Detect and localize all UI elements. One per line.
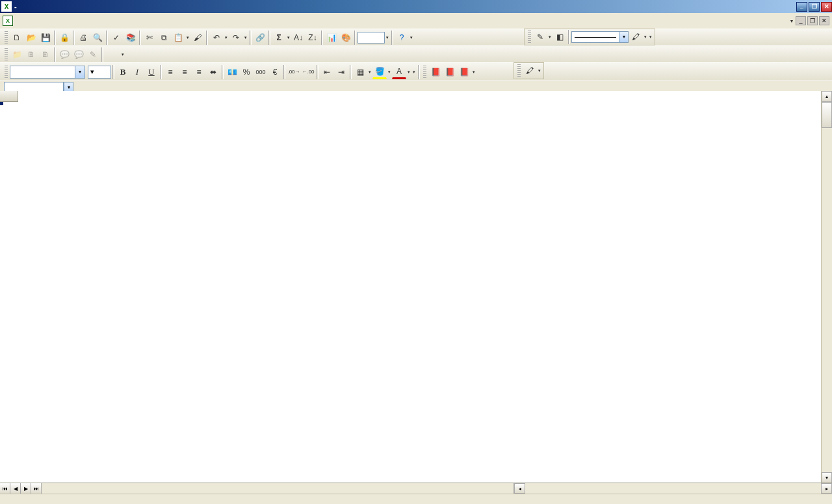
- font-size-combo[interactable]: ▾: [88, 66, 111, 79]
- grip-icon[interactable]: [517, 64, 521, 77]
- open-button[interactable]: 📂: [24, 31, 38, 45]
- spelling-button[interactable]: ✓: [109, 31, 124, 45]
- borders-button[interactable]: ▦: [353, 65, 367, 79]
- scroll-left-button[interactable]: ◂: [514, 483, 525, 494]
- spreadsheet-grid[interactable]: ▴ ▾: [0, 91, 832, 483]
- autosum-dropdown[interactable]: ▾: [286, 31, 291, 45]
- grip-icon[interactable]: [528, 31, 531, 44]
- copy-button[interactable]: ⧉: [157, 31, 171, 45]
- sort-asc-button[interactable]: A↓: [291, 31, 306, 45]
- close-button[interactable]: ✕: [821, 2, 832, 12]
- undo-button[interactable]: ↶: [209, 31, 224, 45]
- grip-icon[interactable]: [5, 66, 8, 79]
- paste-button[interactable]: 📋: [171, 31, 185, 45]
- cut-button[interactable]: ✄: [142, 31, 157, 45]
- comment2-button[interactable]: 💬: [72, 47, 86, 62]
- horizontal-scrollbar[interactable]: ◂ ▸: [514, 483, 832, 494]
- new-button[interactable]: 🗋: [10, 31, 24, 45]
- fill-color-button[interactable]: 🖍: [629, 30, 643, 44]
- doc2-button[interactable]: 🗎: [38, 47, 53, 62]
- redo-button[interactable]: ↷: [229, 31, 243, 45]
- paste-dropdown[interactable]: ▾: [185, 31, 190, 45]
- comment-button[interactable]: 💬: [57, 47, 72, 62]
- hyperlink-button[interactable]: 🔗: [253, 31, 267, 45]
- save-button[interactable]: 💾: [38, 31, 53, 45]
- underline-button[interactable]: U: [144, 65, 159, 79]
- comma-button[interactable]: 000: [254, 65, 268, 79]
- highlight-button[interactable]: 🖍: [523, 64, 537, 78]
- toolbar-options-dropdown[interactable]: ▾: [409, 31, 414, 45]
- font-color-button[interactable]: A: [392, 65, 406, 79]
- euro-button[interactable]: €: [268, 65, 282, 79]
- italic-button[interactable]: I: [130, 65, 144, 79]
- scroll-up-button[interactable]: ▴: [822, 91, 832, 102]
- draw-button[interactable]: ✎: [533, 30, 547, 44]
- doc-restore-button[interactable]: ❐: [807, 16, 818, 25]
- maximize-button[interactable]: ❐: [809, 2, 820, 12]
- draw-dropdown[interactable]: ▾: [547, 30, 552, 44]
- erase-button[interactable]: ◧: [552, 30, 567, 44]
- percent-button[interactable]: %: [239, 65, 254, 79]
- grip-icon[interactable]: [5, 48, 8, 61]
- select-all-corner[interactable]: [0, 91, 18, 102]
- tab-next-button[interactable]: ▶: [21, 483, 31, 494]
- zoom-combo[interactable]: [358, 32, 385, 44]
- doc-button[interactable]: 🗎: [24, 47, 38, 62]
- currency-button[interactable]: 💶: [225, 65, 239, 79]
- undo-dropdown[interactable]: ▾: [224, 31, 229, 45]
- toolbar-options-dropdown[interactable]: ▾: [411, 65, 417, 79]
- merge-center-button[interactable]: ⬌: [206, 65, 220, 79]
- help-button[interactable]: ?: [395, 31, 409, 45]
- toolbar-options-dropdown[interactable]: ▾: [471, 65, 476, 79]
- decrease-decimal-button[interactable]: ←.00: [301, 65, 315, 79]
- tab-first-button[interactable]: ⏮: [0, 483, 10, 494]
- pdf-button-2[interactable]: 📕: [443, 65, 457, 79]
- vertical-scrollbar[interactable]: ▴ ▾: [821, 91, 832, 483]
- chevron-down-icon[interactable]: ▾: [90, 68, 94, 76]
- zoom-dropdown[interactable]: ▾: [385, 31, 390, 45]
- increase-indent-button[interactable]: ⇥: [334, 65, 348, 79]
- scroll-thumb[interactable]: [822, 102, 832, 128]
- ink-button[interactable]: ✎: [86, 47, 100, 62]
- font-name-combo[interactable]: ▾: [10, 66, 85, 79]
- scroll-down-button[interactable]: ▾: [822, 472, 832, 483]
- print-preview-button[interactable]: 🔍: [90, 31, 105, 45]
- align-right-button[interactable]: ≡: [192, 65, 206, 79]
- toolbar-options-dropdown[interactable]: ▾: [648, 30, 653, 44]
- redo-dropdown[interactable]: ▾: [243, 31, 248, 45]
- drawing-button[interactable]: 🎨: [339, 31, 353, 45]
- grip-icon[interactable]: [5, 31, 8, 44]
- print-button[interactable]: 🖨: [76, 31, 90, 45]
- align-left-button[interactable]: ≡: [163, 65, 177, 79]
- chevron-down-icon[interactable]: ▾: [75, 66, 84, 78]
- fill-color-dropdown[interactable]: ▾: [643, 30, 648, 44]
- align-center-button[interactable]: ≡: [177, 65, 192, 79]
- fill-color-button[interactable]: 🪣: [372, 65, 387, 79]
- bold-button[interactable]: B: [116, 65, 130, 79]
- pdf-button-3[interactable]: 📕: [457, 65, 471, 79]
- doc-close-button[interactable]: ✕: [819, 16, 829, 25]
- folder-button[interactable]: 📁: [10, 47, 24, 62]
- doc-minimize-button[interactable]: _: [796, 16, 806, 25]
- increase-decimal-button[interactable]: .00→: [287, 65, 301, 79]
- toolbar-options-dropdown[interactable]: ▾: [537, 64, 542, 78]
- format-painter-button[interactable]: 🖌: [190, 31, 205, 45]
- chart-wizard-button[interactable]: 📊: [324, 31, 339, 45]
- font-color-dropdown[interactable]: ▾: [406, 65, 411, 79]
- line-style-combo[interactable]: ▾: [571, 31, 629, 43]
- research-button[interactable]: 📚: [124, 31, 138, 45]
- tab-prev-button[interactable]: ◀: [10, 483, 21, 494]
- workbook-icon[interactable]: X: [3, 16, 13, 26]
- scroll-right-button[interactable]: ▸: [821, 483, 832, 494]
- pdf-button-1[interactable]: 📕: [428, 65, 443, 79]
- permission-button[interactable]: 🔒: [57, 31, 72, 45]
- borders-dropdown[interactable]: ▾: [367, 65, 372, 79]
- minimize-button[interactable]: _: [796, 2, 807, 12]
- grip-icon[interactable]: [423, 66, 426, 79]
- fill-color-dropdown[interactable]: ▾: [387, 65, 392, 79]
- decrease-indent-button[interactable]: ⇤: [320, 65, 334, 79]
- toolbar-options-dropdown[interactable]: ▾: [120, 47, 125, 62]
- sort-desc-button[interactable]: Z↓: [306, 31, 320, 45]
- tab-last-button[interactable]: ⏭: [31, 483, 42, 494]
- ask-question-dropdown[interactable]: ▼: [789, 14, 794, 28]
